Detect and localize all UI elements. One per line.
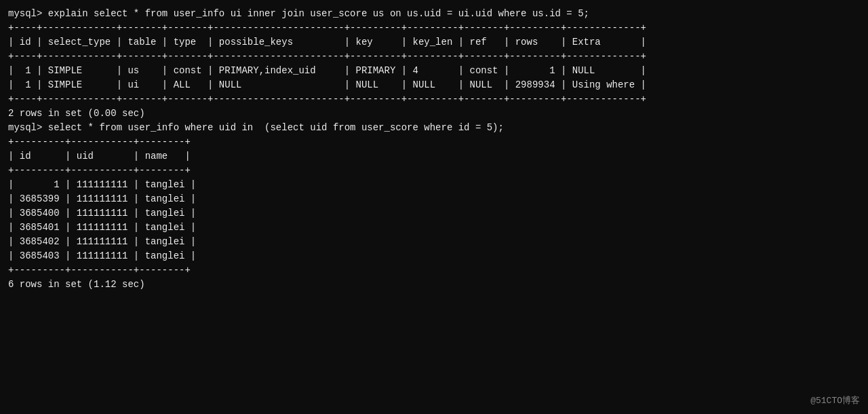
terminal-line-row2: | 1 | SIMPLE | ui | ALL | NULL | NULL | … [8,78,860,92]
terminal-line-div3: +----+-------------+-------+-------+----… [8,92,860,107]
watermark: @51CTO博客 [810,394,860,408]
terminal-line-drow2: | 3685399 | 111111111 | tanglei | [8,192,860,206]
terminal-line-res2: 6 rows in set (1.12 sec) [8,278,860,292]
terminal-line-cmd2: mysql> select * from user_info where uid… [8,121,860,135]
terminal-line-res1: 2 rows in set (0.00 sec) [8,107,860,121]
terminal-line-drow3: | 3685400 | 111111111 | tanglei | [8,206,860,221]
terminal-line-drow6: | 3685403 | 111111111 | tanglei | [8,249,860,263]
terminal-line-row1: | 1 | SIMPLE | us | const | PRIMARY,inde… [8,64,860,78]
terminal-line-div2: +----+-------------+-------+-------+----… [8,50,860,64]
terminal-line-drow5: | 3685402 | 111111111 | tanglei | [8,235,860,249]
terminal-line-div4: +---------+-----------+--------+ [8,135,860,149]
terminal-line-hdr1: | id | select_type | table | type | poss… [8,35,860,50]
terminal-line-div1: +----+-------------+-------+-------+----… [8,21,860,35]
terminal-line-div6: +---------+-----------+--------+ [8,263,860,278]
terminal-line-drow4: | 3685401 | 111111111 | tanglei | [8,221,860,235]
terminal-line-drow1: | 1 | 111111111 | tanglei | [8,178,860,192]
terminal-line-hdr2: | id | uid | name | [8,149,860,164]
terminal: mysql> explain select * from user_info u… [8,7,860,407]
terminal-line-div5: +---------+-----------+--------+ [8,164,860,178]
terminal-line-cmd1: mysql> explain select * from user_info u… [8,7,860,21]
